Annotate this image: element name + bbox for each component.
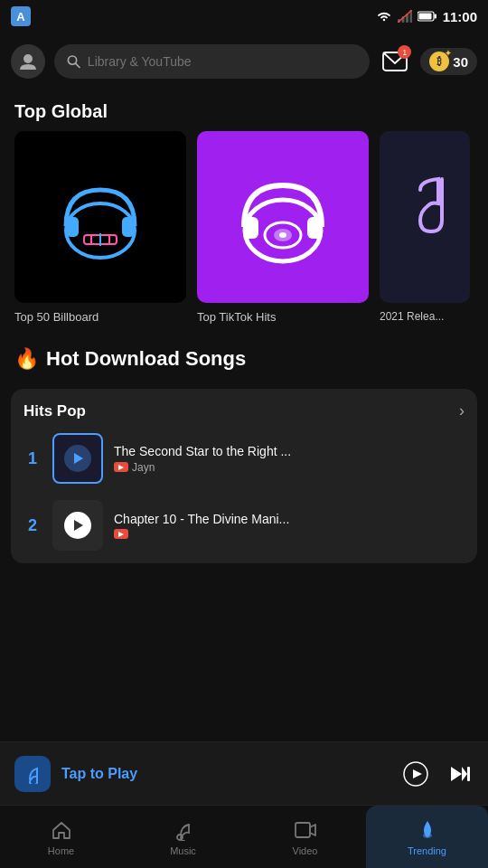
- header-right: 1 ₿ ✦ 30: [379, 45, 477, 78]
- search-input[interactable]: [88, 54, 357, 69]
- user-icon: [18, 52, 38, 71]
- nav-label-home: Home: [48, 845, 74, 856]
- app-icon: A: [11, 6, 31, 26]
- status-right: 11:00: [376, 9, 477, 24]
- svg-rect-29: [467, 767, 470, 781]
- time-display: 11:00: [443, 9, 477, 24]
- search-icon: [67, 54, 80, 69]
- carousel-thumb-tiktok: [197, 131, 369, 303]
- next-icon: [447, 762, 471, 786]
- nav-item-trending[interactable]: Trending: [366, 806, 488, 868]
- music-note-icon: [14, 756, 51, 792]
- play-pause-icon: [403, 761, 428, 787]
- carousel-thumb-2021: [380, 131, 470, 303]
- main-content: Top Global Top 50 Billboard: [0, 90, 488, 741]
- carousel-item-2021[interactable]: 2021 Relea...: [380, 131, 470, 324]
- playback-controls: [401, 760, 474, 788]
- top-global-section: Top Global Top 50 Billboard: [0, 90, 488, 338]
- status-left: A: [11, 6, 31, 26]
- top-global-carousel: Top 50 Billboard Top TikTok Hits: [0, 131, 488, 338]
- nav-item-home[interactable]: Home: [0, 806, 122, 868]
- track-artist-2: [114, 529, 465, 539]
- youtube-icon-1: [114, 462, 128, 472]
- youtube-icon-2: [114, 529, 128, 539]
- battery-icon: [418, 11, 437, 22]
- header: 1 ₿ ✦ 30: [0, 33, 488, 90]
- nav-item-music[interactable]: Music: [122, 806, 244, 868]
- track-info-1: The Second Star to the Right ... Jayn: [114, 444, 465, 474]
- track-artist-1: Jayn: [114, 461, 465, 474]
- nav-label-music: Music: [170, 845, 196, 856]
- play-button-1[interactable]: [64, 445, 91, 472]
- artist-name-1: Jayn: [132, 461, 155, 474]
- track-thumb-2[interactable]: [52, 500, 103, 551]
- play-button-2[interactable]: [64, 512, 91, 539]
- carousel-item-tiktok[interactable]: Top TikTok Hits: [197, 131, 369, 324]
- svg-point-33: [423, 833, 432, 838]
- track-info-2: Chapter 10 - The Divine Mani...: [114, 512, 465, 539]
- top-global-title: Top Global: [0, 90, 488, 131]
- fire-emoji: 🔥: [14, 347, 39, 371]
- play-pause-button[interactable]: [401, 760, 430, 788]
- svg-marker-32: [310, 825, 315, 835]
- table-row: 1 The Second Star to the Right ... Jayn: [23, 433, 465, 484]
- tap-to-play-label[interactable]: Tap to Play: [61, 766, 390, 782]
- svg-marker-26: [413, 769, 422, 778]
- home-icon: [50, 818, 73, 842]
- avatar-button[interactable]: [11, 44, 45, 79]
- carousel-item-billboard[interactable]: Top 50 Billboard: [14, 131, 186, 324]
- track-number-2: 2: [23, 516, 42, 535]
- nav-item-video[interactable]: Video: [244, 806, 366, 868]
- coin-icon: ₿ ✦: [429, 52, 449, 71]
- music-icon: [23, 764, 42, 784]
- now-playing-bar: Tap to Play: [0, 741, 488, 805]
- svg-marker-27: [451, 767, 462, 781]
- svg-rect-7: [418, 14, 431, 20]
- headphones-tiktok-icon: [224, 158, 342, 276]
- music-note-2021-icon: [393, 172, 456, 262]
- mail-badge: 1: [398, 45, 411, 59]
- wifi-icon: [376, 10, 392, 23]
- nav-label-trending: Trending: [408, 845, 446, 856]
- track-name-2: Chapter 10 - The Divine Mani...: [114, 512, 465, 526]
- svg-point-24: [279, 232, 286, 238]
- carousel-thumb-billboard: [14, 131, 186, 303]
- play-icon-1: [74, 453, 83, 464]
- hot-download-section: 🔥 Hot Download Songs: [0, 338, 488, 378]
- hot-download-title: 🔥 Hot Download Songs: [14, 347, 474, 371]
- bottom-navigation: Home Music Video Trending: [0, 805, 488, 868]
- hits-pop-title: Hits Pop: [23, 402, 86, 420]
- headphones-billboard-icon: [46, 163, 155, 271]
- next-button[interactable]: [445, 760, 474, 788]
- svg-point-8: [23, 54, 33, 63]
- hits-pop-card: Hits Pop › 1 The Second Star to the Righ…: [11, 389, 477, 563]
- mail-button[interactable]: 1: [379, 45, 411, 78]
- video-nav-icon: [294, 818, 317, 842]
- carousel-label-2021: 2021 Relea...: [380, 310, 470, 323]
- hits-header: Hits Pop ›: [23, 401, 465, 420]
- svg-rect-31: [296, 823, 310, 837]
- trending-nav-icon: [416, 818, 439, 842]
- signal-icon: [398, 10, 412, 23]
- music-nav-icon: [172, 818, 195, 842]
- track-name-1: The Second Star to the Right ...: [114, 444, 465, 458]
- table-row: 2 Chapter 10 - The Divine Mani...: [23, 500, 465, 551]
- search-bar[interactable]: [54, 44, 370, 79]
- hot-download-label: Hot Download Songs: [46, 347, 246, 371]
- status-bar: A 11:00: [0, 0, 488, 33]
- hits-arrow-icon[interactable]: ›: [459, 401, 465, 420]
- track-thumb-1[interactable]: [52, 433, 103, 484]
- coins-button[interactable]: ₿ ✦ 30: [420, 48, 477, 75]
- track-number-1: 1: [23, 449, 42, 468]
- svg-marker-28: [462, 767, 467, 781]
- svg-rect-6: [434, 14, 436, 19]
- coin-sparkle: ✦: [445, 49, 452, 58]
- carousel-label-billboard: Top 50 Billboard: [14, 310, 186, 324]
- svg-line-10: [76, 63, 80, 67]
- nav-label-video: Video: [293, 845, 318, 856]
- coin-count: 30: [453, 54, 468, 70]
- play-icon-2: [74, 520, 83, 531]
- svg-point-30: [177, 835, 183, 840]
- carousel-label-tiktok: Top TikTok Hits: [197, 310, 369, 324]
